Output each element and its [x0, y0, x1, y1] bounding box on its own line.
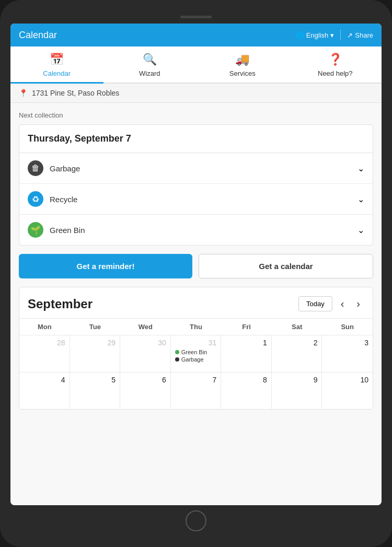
app-header: Calendar 🌐 English ▾ ↗ Share — [10, 24, 382, 46]
calendar-grid: Mon Tue Wed Thu Fri Sat Sun 28 — [19, 319, 373, 409]
garbage-label: Garbage — [50, 164, 80, 173]
main-content: Next collection Thursday, September 7 🗑 … — [10, 103, 382, 505]
collection-card: Thursday, September 7 🗑 Garbage ⌄ ♻ Recy… — [19, 124, 373, 246]
event-greenbin: Green Bin — [175, 349, 217, 355]
tab-help-label: Need help? — [318, 69, 353, 77]
greenbin-icon: 🌱 — [28, 222, 43, 238]
services-icon: 🚚 — [235, 53, 249, 66]
app-title: Calendar — [19, 30, 57, 41]
garbage-chevron: ⌄ — [358, 164, 364, 173]
garbage-left: 🗑 Garbage — [28, 160, 80, 176]
calendar-week-2: 4 5 6 7 8 — [19, 373, 373, 409]
nav-tabs: 📅 Calendar 🔍 Wizard 🚚 Services ❓ Need he… — [10, 46, 382, 84]
event-garbage-label: Garbage — [181, 356, 204, 363]
wizard-icon: 🔍 — [143, 53, 157, 66]
help-icon: ❓ — [328, 53, 342, 66]
recycle-item[interactable]: ♻ Recycle ⌄ — [19, 184, 373, 215]
greenbin-left: 🌱 Green Bin — [28, 222, 85, 238]
day-header-mon: Mon — [19, 319, 70, 335]
location-icon: 📍 — [19, 89, 28, 97]
day-header-sat: Sat — [272, 319, 322, 335]
tab-services-label: Services — [229, 69, 256, 77]
calendar-cell-4: 4 — [19, 373, 70, 409]
calendar-navigation: Today ‹ › — [298, 296, 364, 312]
tab-services[interactable]: 🚚 Services — [196, 46, 289, 83]
tablet-home-button[interactable] — [186, 510, 206, 531]
recycle-label: Recycle — [50, 195, 77, 204]
prev-month-button[interactable]: ‹ — [337, 296, 349, 312]
day-header-thu: Thu — [171, 319, 222, 335]
day-header-tue: Tue — [70, 319, 121, 335]
recycle-icon: ♻ — [28, 191, 43, 207]
day-header-fri: Fri — [221, 319, 272, 335]
calendar-cell-8: 8 — [221, 373, 272, 409]
calendar-cell-2: 2 — [272, 335, 322, 372]
calendar-cell-1: 1 — [221, 335, 272, 372]
collection-date: Thursday, September 7 — [19, 125, 373, 153]
calendar-cell-31: 31 Green Bin Garbage — [171, 335, 222, 372]
tab-wizard-label: Wizard — [139, 69, 160, 77]
greenbin-chevron: ⌄ — [358, 225, 364, 235]
next-month-button[interactable]: › — [352, 296, 364, 312]
tab-calendar-label: Calendar — [43, 69, 71, 77]
language-selector[interactable]: 🌐 English ▾ — [296, 31, 335, 39]
calendar-week-1: 28 29 30 31 Green Bin — [19, 335, 373, 373]
today-button[interactable]: Today — [298, 296, 332, 311]
tablet-speaker — [180, 16, 212, 18]
share-icon: ↗ — [347, 31, 353, 39]
calendar-icon: 📅 — [50, 53, 64, 66]
tablet-frame: Calendar 🌐 English ▾ ↗ Share 📅 Calendar — [0, 0, 392, 547]
calendar-cell-7: 7 — [171, 373, 222, 409]
next-collection-label: Next collection — [19, 111, 373, 119]
translate-icon: 🌐 — [296, 31, 304, 39]
header-divider — [340, 30, 341, 40]
greenbin-item[interactable]: 🌱 Green Bin ⌄ — [19, 215, 373, 245]
address-bar: 📍 1731 Pine St, Paso Robles — [10, 84, 382, 103]
calendar-month: September — [28, 297, 93, 311]
day-header-sun: Sun — [322, 319, 373, 335]
calendar-cell-5: 5 — [70, 373, 121, 409]
calendar-days-header: Mon Tue Wed Thu Fri Sat Sun — [19, 319, 373, 335]
garbage-icon: 🗑 — [28, 160, 43, 176]
dot-green — [175, 350, 179, 354]
recycle-chevron: ⌄ — [358, 194, 364, 204]
day-header-wed: Wed — [120, 319, 171, 335]
calendar-cell-9: 9 — [272, 373, 322, 409]
dot-dark — [175, 357, 179, 362]
tab-calendar[interactable]: 📅 Calendar — [10, 46, 103, 83]
chevron-down-icon: ▾ — [330, 31, 334, 39]
calendar-header: September Today ‹ › — [19, 287, 373, 319]
reminder-button[interactable]: Get a reminder! — [19, 254, 192, 278]
recycle-left: ♻ Recycle — [28, 191, 77, 207]
event-greenbin-label: Green Bin — [181, 349, 207, 355]
calendar-cell-3: 3 — [322, 335, 373, 372]
garbage-item[interactable]: 🗑 Garbage ⌄ — [19, 153, 373, 184]
calendar-cell-10: 10 — [322, 373, 373, 409]
get-calendar-button[interactable]: Get a calendar — [199, 254, 373, 278]
share-label: Share — [355, 31, 373, 39]
calendar-cell-6: 6 — [120, 373, 171, 409]
greenbin-label: Green Bin — [50, 226, 85, 235]
calendar-cell-28: 28 — [19, 335, 70, 372]
address-text: 1731 Pine St, Paso Robles — [32, 89, 119, 97]
calendar-cell-30: 30 — [120, 335, 171, 372]
tab-help[interactable]: ❓ Need help? — [289, 46, 382, 83]
action-buttons: Get a reminder! Get a calendar — [19, 254, 373, 278]
calendar-card: September Today ‹ › Mon Tue Wed Thu Fri — [19, 287, 373, 410]
share-button[interactable]: ↗ Share — [347, 31, 373, 39]
tablet-screen: Calendar 🌐 English ▾ ↗ Share 📅 Calendar — [10, 24, 382, 505]
tab-wizard[interactable]: 🔍 Wizard — [103, 46, 197, 83]
event-garbage: Garbage — [175, 356, 217, 363]
header-right: 🌐 English ▾ ↗ Share — [296, 30, 373, 40]
language-label: English — [306, 31, 329, 39]
calendar-cell-29: 29 — [70, 335, 121, 372]
